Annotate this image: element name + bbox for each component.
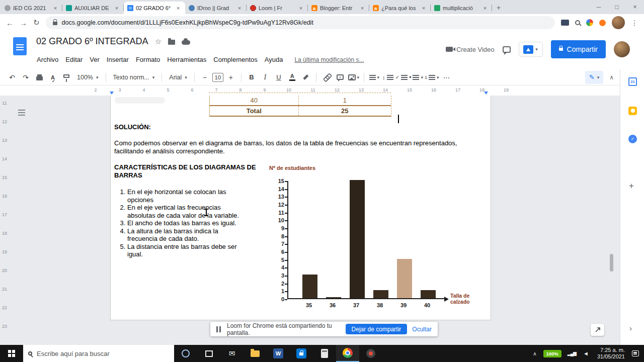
characteristics-list[interactable]: En el eje horizontal se colocan las opci… (114, 188, 243, 258)
loom-create-video-button[interactable]: Create Video (446, 46, 495, 53)
bold-button[interactable]: B (246, 71, 258, 83)
menu-insertar[interactable]: Insertar (103, 54, 132, 65)
numbered-list-button[interactable]: 1▾ (425, 71, 439, 83)
editing-mode-button[interactable]: ✎▾ (585, 71, 603, 84)
last-modified-link[interactable]: La última modificación s... (294, 56, 364, 63)
present-button[interactable]: ▾ (519, 42, 543, 57)
font-size-field[interactable]: 10 (212, 73, 223, 82)
menu-herramientas[interactable]: Herramientas (164, 54, 210, 65)
tab-close-icon[interactable]: × (359, 5, 366, 11)
align-button[interactable]: ▾ (368, 71, 380, 83)
solution-heading[interactable]: SOLUCIÓN: (114, 123, 151, 131)
browser-tab[interactable]: Blogger: Entr× (308, 2, 369, 14)
explore-button[interactable] (591, 324, 604, 336)
volume-icon[interactable]: ◄ (580, 350, 592, 356)
menu-formato[interactable]: Formato (132, 54, 164, 65)
network-icon[interactable]: ▂▄▆ (564, 351, 580, 356)
spellcheck-button[interactable]: A (47, 71, 59, 83)
extension-pinwheel-icon[interactable] (586, 19, 593, 26)
add-comment-button[interactable]: + (334, 71, 346, 83)
frequency-table[interactable]: 401Total25 (209, 96, 391, 117)
characteristics-heading[interactable]: CARACTERÍSTICAS DE LOS DIAGRAMAS DE BARR… (114, 163, 256, 179)
horizontal-ruler[interactable]: 2345678910111213141516171819 (0, 85, 620, 96)
forward-icon[interactable]: → (20, 19, 27, 27)
taskbar-clock[interactable]: 7:25 a. m. 31/05/2021 (592, 347, 630, 360)
open-comments-button[interactable] (503, 46, 511, 53)
hide-sharing-bar-button[interactable]: Ocultar (412, 326, 432, 333)
highlight-button[interactable] (300, 71, 312, 83)
cortana-icon[interactable] (174, 345, 197, 362)
star-icon[interactable]: ☆ (155, 37, 162, 46)
tab-close-icon[interactable]: × (113, 5, 120, 11)
browser-tab[interactable]: Loom | Fr× (247, 2, 308, 14)
word-icon[interactable]: W (267, 345, 290, 362)
tab-close-icon[interactable]: × (52, 5, 59, 11)
tab-close-icon[interactable]: × (236, 5, 243, 11)
browser-menu-icon[interactable]: ⋮ (631, 19, 638, 27)
document-outline-button[interactable] (18, 110, 25, 116)
zoom-select[interactable]: 100%▾ (74, 71, 102, 83)
task-view-icon[interactable] (197, 345, 220, 362)
menu-ayuda[interactable]: Ayuda (261, 54, 287, 65)
italic-button[interactable]: I (259, 71, 271, 83)
document-page[interactable]: 401Total25 SOLUCIÓN: Como podemos observ… (110, 96, 491, 320)
calculator-icon[interactable] (313, 345, 336, 362)
reload-icon[interactable]: ↻ (33, 18, 40, 27)
redo-button[interactable]: ↷ (20, 71, 32, 83)
window-close-button[interactable]: × (626, 0, 644, 14)
keep-icon[interactable] (628, 107, 637, 115)
https-lock-icon[interactable] (53, 22, 57, 25)
font-select[interactable]: Arial▾ (166, 71, 190, 83)
taskbar-search[interactable]: Escribe aquí para buscar (23, 345, 174, 362)
print-button[interactable] (33, 71, 45, 83)
paint-format-button[interactable] (60, 71, 72, 83)
file-explorer-icon[interactable] (244, 345, 267, 362)
document-title[interactable]: 02 GRADO 6º INTEGRADA (36, 36, 148, 47)
line-spacing-button[interactable]: ↕ (382, 71, 394, 83)
menu-ver[interactable]: Ver (86, 54, 103, 65)
zoom-icon[interactable] (575, 20, 580, 25)
tab-close-icon[interactable]: × (175, 5, 182, 11)
bulleted-list-button[interactable]: •▾ (409, 71, 423, 83)
bar-chart-image[interactable]: Nº de estudiantes 0123456789101112131415… (262, 163, 478, 312)
action-center-icon[interactable] (632, 350, 639, 356)
screen-recorder-icon[interactable] (359, 345, 382, 362)
mail-icon[interactable]: ✉ (220, 345, 244, 362)
new-tab-button[interactable]: + (492, 2, 505, 14)
menu-complementos[interactable]: Complementos (210, 54, 261, 65)
address-bar[interactable]: docs.google.com/document/d/1LLLjF6s0Eexh… (46, 16, 555, 29)
checklist-button[interactable]: ✓ (395, 71, 408, 83)
back-icon[interactable]: ← (6, 19, 14, 27)
collapse-panel-icon[interactable]: › (629, 324, 632, 332)
docs-logo-icon[interactable] (13, 37, 27, 55)
window-minimize-button[interactable]: ─ (590, 0, 608, 14)
browser-tab[interactable]: multiplicació× (431, 2, 492, 14)
tray-chevron-icon[interactable]: ∧ (529, 351, 540, 356)
more-options-button[interactable]: ⋯ (441, 71, 453, 83)
move-folder-icon[interactable] (168, 40, 175, 45)
calendar-icon[interactable]: 31 (628, 77, 637, 86)
insert-image-button[interactable]: ▾ (348, 71, 360, 83)
save-status-cloud-icon[interactable] (182, 40, 190, 45)
underline-button[interactable]: U (273, 71, 285, 83)
browser-tab[interactable]: IED CG 2021× (1, 2, 62, 14)
battery-indicator[interactable]: 100% (543, 350, 561, 357)
account-avatar[interactable] (614, 41, 630, 57)
stop-sharing-button[interactable]: Dejar de compartir (346, 324, 408, 334)
hide-menus-button[interactable]: ∧ (609, 74, 614, 81)
store-icon[interactable] (290, 345, 313, 362)
window-maximize-button[interactable]: □ (608, 0, 626, 14)
tab-close-icon[interactable]: × (481, 5, 489, 11)
intro-paragraph[interactable]: Como podemos observar en el diagrama de … (114, 139, 479, 155)
screen-share-icon[interactable] (561, 20, 569, 26)
tab-close-icon[interactable]: × (420, 5, 427, 11)
browser-tab[interactable]: ¿Para qué los× (369, 2, 431, 14)
left-indent-marker[interactable] (110, 92, 114, 95)
tasks-icon[interactable]: ✓ (628, 135, 637, 143)
loom-extension-icon[interactable] (599, 20, 606, 26)
chrome-icon[interactable] (336, 345, 359, 362)
browser-tab[interactable]: AUXILIAR DE× (62, 2, 124, 14)
insert-link-button[interactable] (320, 71, 333, 83)
vertical-scrollbar[interactable] (610, 254, 613, 272)
undo-button[interactable]: ↶ (6, 71, 18, 83)
